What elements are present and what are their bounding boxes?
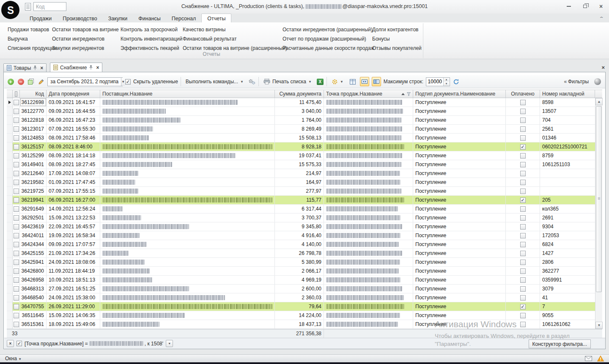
cell-invoice-number[interactable] [540, 169, 595, 178]
cell-subtype[interactable]: Поступление [413, 293, 506, 302]
cell-sales-point[interactable] [324, 311, 413, 320]
cell-invoice-number[interactable]: 2561 [540, 125, 595, 133]
cell-date[interactable]: 21.09.2021 17:34:26 [47, 249, 100, 257]
cell-subtype[interactable]: Поступление [413, 276, 506, 284]
cell-sales-point[interactable] [324, 134, 413, 142]
cell-subtype[interactable]: Поступление [413, 311, 506, 320]
cell-amount[interactable]: 115,77 [275, 196, 324, 204]
ribbon-item[interactable]: Контроль инвентаризаций [121, 34, 182, 44]
cell-date[interactable]: 07.09.2021 16:55:30 [47, 125, 100, 133]
cell-code[interactable]: 36292501 [20, 213, 47, 222]
paid-checkbox[interactable] [520, 171, 526, 176]
cell-supplier[interactable] [100, 267, 275, 275]
ribbon-item[interactable]: Качество витрины [183, 25, 287, 34]
row-select-checkbox[interactable] [14, 135, 19, 141]
menu-tab-Отчеты[interactable]: Отчеты [201, 14, 231, 22]
cell-invoice-number[interactable]: 0602021251000721 [540, 142, 595, 151]
cell-amount[interactable]: 18 437,13 [275, 320, 324, 328]
minimize-button[interactable] [564, 3, 573, 10]
hide-deleted-checkbox[interactable] [125, 79, 131, 85]
paid-checkbox[interactable] [520, 197, 526, 203]
cell-amount[interactable]: 15 575,33 [275, 160, 324, 169]
spin-down-icon[interactable]: ▼ [444, 82, 449, 86]
cell-subtype[interactable]: Поступление [413, 302, 506, 311]
cell-invoice-number[interactable]: 6824 [540, 240, 595, 249]
add-record-button[interactable]: + [7, 78, 14, 85]
table-row[interactable]: 3621264017.09.2021 14:08:07214,97Поступл… [7, 169, 602, 178]
ribbon-item[interactable]: Остатки ингредиентов (расширенный) [283, 25, 374, 34]
cell-amount[interactable]: 277,97 [275, 187, 324, 195]
cell-supplier[interactable] [100, 196, 275, 204]
row-select-checkbox[interactable] [14, 126, 19, 132]
cell-sales-point[interactable] [324, 258, 413, 266]
cell-date[interactable]: 11.09.2021 18:44:19 [47, 267, 100, 275]
column-header-1[interactable]: Код [20, 90, 47, 98]
cell-amount[interactable]: 4 916,40 [275, 231, 324, 240]
tab-pin-icon[interactable] [89, 65, 93, 70]
column-chooser-button[interactable] [348, 77, 357, 86]
cell-amount[interactable]: 164,97 [275, 178, 324, 186]
cell-invoice-number[interactable]: 1061251103 [540, 160, 595, 169]
cell-supplier[interactable] [100, 169, 275, 178]
row-select-checkbox[interactable] [14, 286, 19, 292]
cell-subtype[interactable]: Поступление [413, 125, 506, 133]
export-excel-button[interactable]: X [316, 78, 324, 85]
cell-sales-point[interactable] [324, 213, 413, 222]
cell-date[interactable]: 15.09.2021 14:06:35 [47, 311, 100, 320]
cell-subtype[interactable]: Поступление [413, 107, 506, 115]
cell-code[interactable]: 36125157 [20, 142, 47, 151]
cell-sales-point[interactable] [324, 187, 413, 195]
cell-subtype[interactable]: Поступление [413, 285, 506, 293]
table-row[interactable]: 3612529908.09.2021 18:14:1819 037,41Пост… [7, 151, 602, 160]
select-all-checkbox[interactable] [15, 91, 17, 97]
doc-tab-Товары[interactable]: Товары× [3, 63, 47, 72]
auto-width-toggle[interactable] [372, 77, 381, 86]
cell-amount[interactable]: 3 700,37 [275, 213, 324, 222]
ribbon-collapse-icon[interactable]: ⌃ [598, 16, 604, 21]
ribbon-item[interactable]: Бонусы [372, 34, 422, 44]
cell-supplier[interactable] [100, 249, 275, 257]
table-row[interactable]: 3651536118.09.2021 15:49:0618 437,13Пост… [7, 320, 602, 329]
cell-supplier[interactable] [100, 231, 275, 240]
paid-checkbox[interactable] [520, 242, 526, 247]
cell-date[interactable]: 22.09.2021 16:45:57 [47, 222, 100, 231]
cell-invoice-number[interactable] [540, 187, 595, 195]
cell-amount[interactable]: 6 317,44 [275, 205, 324, 213]
cell-amount[interactable]: 3 040,00 [275, 107, 324, 115]
app-logo-icon[interactable]: S [1, 1, 19, 19]
cell-sales-point[interactable] [324, 142, 413, 151]
cell-date[interactable]: 09.09.2021 17:07:57 [47, 240, 100, 249]
ribbon-item[interactable]: Расчитанные данные скорости продаж [283, 44, 374, 53]
cell-invoice-number[interactable]: 13507 [540, 107, 595, 115]
menu-tab-Персонал[interactable]: Персонал [166, 14, 201, 22]
cell-sales-point[interactable] [324, 116, 413, 124]
cell-code[interactable]: 36424011 [20, 231, 47, 240]
cell-sales-point[interactable] [324, 231, 413, 240]
cell-invoice-number[interactable]: 704 [540, 116, 595, 124]
cell-subtype[interactable]: Поступление [413, 134, 506, 142]
commands-settings-button[interactable] [248, 78, 256, 85]
cell-supplier[interactable] [100, 107, 275, 115]
paid-checkbox[interactable] [520, 126, 526, 132]
cell-supplier[interactable] [100, 134, 275, 142]
scroll-down-icon[interactable]: ▼ [595, 322, 603, 329]
cell-amount[interactable]: 214,97 [275, 169, 324, 178]
grid-settings-button[interactable]: ▼ [329, 78, 346, 86]
cell-sales-point[interactable] [324, 302, 413, 311]
table-row[interactable]: 3612281806.09.2021 16:47:231 764,00Посту… [7, 116, 602, 125]
doc-tab-Снабжение[interactable]: Снабжение× [50, 63, 102, 72]
mail-icon[interactable] [585, 356, 592, 361]
windows-menu-button[interactable]: Окна ▼ [5, 356, 22, 361]
cell-invoice-number[interactable]: 2806 [540, 258, 595, 266]
execute-commands-button[interactable]: Выполнить команды... ▼ [184, 78, 246, 85]
column-header-5[interactable]: Точка продаж.Название [324, 90, 413, 98]
paid-checkbox[interactable] [520, 277, 526, 283]
table-row[interactable]: 3646831327.09.2021 16:51:252 600,00Посту… [7, 285, 602, 293]
edit-record-button[interactable] [37, 78, 45, 85]
ribbon-item[interactable]: Остатки ингредиентов [52, 34, 119, 44]
cell-amount[interactable]: 2 600,00 [275, 285, 324, 293]
paid-checkbox[interactable] [520, 118, 526, 123]
scroll-up-icon[interactable]: ▲ [595, 98, 603, 105]
table-row[interactable]: 3612515708.09.2021 8:46:008 928,18Поступ… [7, 142, 602, 151]
cell-amount[interactable]: 8 928,18 [275, 142, 324, 151]
